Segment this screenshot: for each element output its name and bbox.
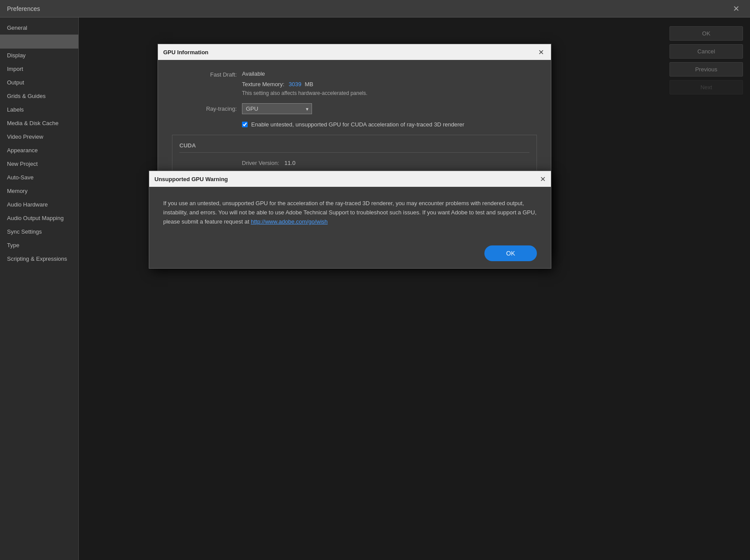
ray-tracing-select[interactable]: GPU CPU Software: [242, 103, 312, 114]
sidebar: General Display Import Output Grids & Gu…: [0, 18, 79, 560]
fast-draft-row: Fast Draft: Available Texture Memory: 30…: [172, 70, 537, 96]
fast-draft-label: Fast Draft:: [172, 70, 242, 78]
gpu-dialog-title-bar: GPU Information ✕: [158, 44, 551, 60]
driver-version-label: Driver Version:: [179, 160, 284, 166]
texture-memory-unit: MB: [305, 81, 314, 88]
sidebar-item-output[interactable]: Output: [0, 76, 78, 89]
sidebar-item-import[interactable]: Import: [0, 62, 78, 76]
sidebar-item-sync-settings[interactable]: Sync Settings: [0, 225, 78, 238]
unsupported-gpu-warning-dialog: Unsupported GPU Warning ✕ If you use an …: [149, 171, 551, 269]
warning-ok-button[interactable]: OK: [484, 245, 537, 261]
sidebar-item-display[interactable]: Display: [0, 49, 78, 62]
warning-dialog-footer: OK: [149, 238, 551, 268]
sidebar-item-labels[interactable]: Labels: [0, 103, 78, 116]
sidebar-item-audio-hardware[interactable]: Audio Hardware: [0, 198, 78, 211]
sidebar-item-general[interactable]: General: [0, 21, 78, 35]
fast-draft-value: Available: [242, 70, 368, 77]
sidebar-item-active[interactable]: [0, 35, 78, 49]
sidebar-item-appearance[interactable]: Appearance: [0, 144, 78, 157]
sidebar-item-audio-output-mapping[interactable]: Audio Output Mapping: [0, 211, 78, 225]
warning-link[interactable]: http://www.adobe.com/go/wish: [251, 218, 328, 225]
main-content: OK Cancel Previous Next GPU Information …: [79, 18, 750, 560]
driver-version-row: Driver Version: 11.0: [179, 160, 529, 166]
warning-dialog-title: Unsupported GPU Warning: [154, 176, 228, 182]
cuda-checkbox-row: Enable untested, unsupported GPU for CUD…: [242, 121, 537, 128]
sidebar-item-media-disk-cache[interactable]: Media & Disk Cache: [0, 116, 78, 130]
warning-dialog-title-bar: Unsupported GPU Warning ✕: [149, 171, 551, 187]
sidebar-item-auto-save[interactable]: Auto-Save: [0, 171, 78, 184]
app-close-button[interactable]: ✕: [729, 2, 743, 15]
warning-dialog-close-button[interactable]: ✕: [540, 175, 546, 183]
gpu-dialog-close-button[interactable]: ✕: [536, 48, 546, 56]
app-title: Preferences: [7, 5, 40, 12]
cuda-section-title: CUDA: [179, 142, 529, 153]
ray-tracing-row: Ray-tracing: GPU CPU Software: [172, 103, 537, 114]
texture-memory-note: This setting also affects hardware-accel…: [242, 90, 368, 96]
sidebar-item-memory[interactable]: Memory: [0, 184, 78, 198]
ray-tracing-label: Ray-tracing:: [172, 105, 242, 112]
sidebar-item-type[interactable]: Type: [0, 238, 78, 252]
driver-version-value: 11.0: [284, 160, 295, 166]
cuda-checkbox[interactable]: [242, 122, 248, 127]
texture-memory-label: Texture Memory:: [242, 81, 284, 88]
preferences-body: General Display Import Output Grids & Gu…: [0, 18, 750, 560]
sidebar-item-grids-guides[interactable]: Grids & Guides: [0, 89, 78, 103]
cuda-checkbox-label: Enable untested, unsupported GPU for CUD…: [251, 121, 464, 128]
gpu-dialog-title: GPU Information: [163, 49, 208, 56]
preferences-window: Preferences ✕ General Display Import Out…: [0, 0, 750, 560]
sidebar-item-video-preview[interactable]: Video Preview: [0, 130, 78, 144]
warning-message: If you use an untested, unsupported GPU …: [163, 199, 537, 226]
ray-tracing-dropdown-wrapper: GPU CPU Software: [242, 103, 312, 114]
sidebar-item-scripting-expressions[interactable]: Scripting & Expressions: [0, 252, 78, 266]
texture-memory-value: 3039: [289, 81, 301, 88]
warning-dialog-content: If you use an untested, unsupported GPU …: [149, 187, 551, 238]
sidebar-item-new-project[interactable]: New Project: [0, 157, 78, 171]
title-bar: Preferences ✕: [0, 0, 750, 18]
